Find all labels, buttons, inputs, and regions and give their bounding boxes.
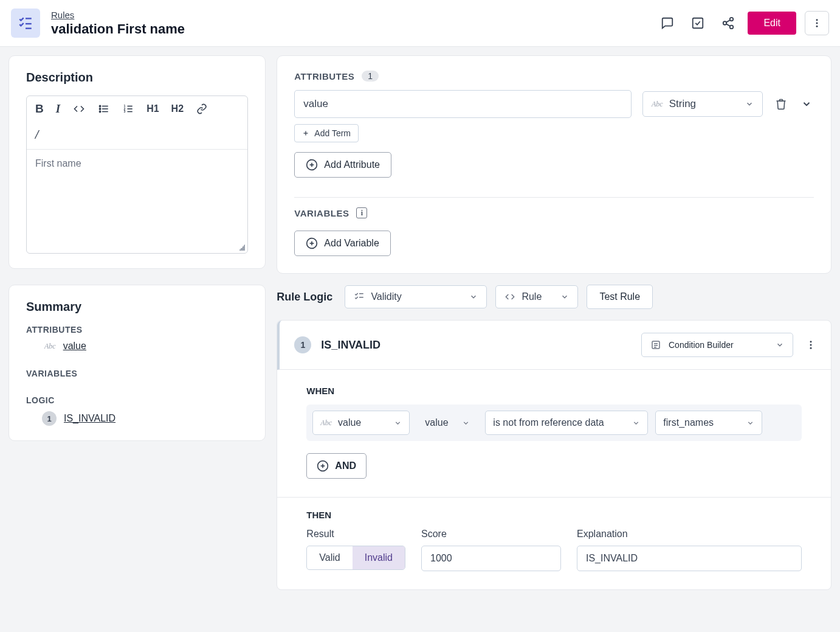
- result-label: Result: [306, 529, 405, 540]
- summary-variables-label: VARIABLES: [26, 369, 248, 378]
- svg-point-6: [730, 26, 734, 29]
- description-text[interactable]: First name: [27, 150, 247, 253]
- and-label: AND: [335, 460, 356, 471]
- result-valid-option[interactable]: Valid: [307, 546, 352, 569]
- add-variable-button[interactable]: Add Variable: [294, 231, 390, 256]
- result-toggle[interactable]: Valid Invalid: [306, 546, 405, 570]
- link-tool[interactable]: [196, 103, 208, 114]
- condition-builder-select[interactable]: Condition Builder: [641, 333, 793, 357]
- bullet-list-tool[interactable]: [98, 103, 110, 114]
- explanation-input[interactable]: [577, 546, 802, 571]
- h1-tool[interactable]: H1: [146, 103, 159, 114]
- svg-point-39: [810, 344, 812, 346]
- add-term-label: Add Term: [314, 128, 351, 138]
- info-icon[interactable]: i: [356, 207, 367, 218]
- rule-code-label: Rule: [522, 291, 554, 302]
- slash-tool[interactable]: /: [35, 128, 39, 142]
- chevron-down-icon: [469, 293, 478, 301]
- when-subfield-label: value: [425, 417, 456, 428]
- rule-logic-title: Rule Logic: [277, 291, 332, 304]
- svg-point-4: [730, 18, 734, 21]
- chevron-down-icon: [776, 341, 784, 349]
- attribute-value-input[interactable]: [294, 90, 632, 118]
- test-rule-button[interactable]: Test Rule: [587, 285, 653, 309]
- task-check-icon[interactable]: [687, 12, 709, 34]
- rule-more-icon[interactable]: [805, 339, 816, 350]
- when-label: WHEN: [306, 386, 802, 396]
- svg-point-9: [816, 19, 818, 21]
- svg-rect-3: [693, 18, 703, 29]
- share-icon[interactable]: [717, 12, 739, 34]
- variables-section-title: VARIABLES: [294, 208, 349, 218]
- bold-tool[interactable]: B: [35, 102, 44, 116]
- rules-module-icon: [11, 9, 40, 38]
- expand-attribute-icon[interactable]: [799, 97, 814, 111]
- when-condition-row: Abc value value is not from reference da…: [306, 405, 802, 441]
- more-menu-button[interactable]: [805, 11, 829, 35]
- when-subfield-select[interactable]: value: [417, 411, 478, 435]
- add-variable-label: Add Variable: [324, 238, 379, 249]
- svg-point-16: [100, 108, 101, 109]
- rule-logic-header: Rule Logic Validity Rule Test Rule: [277, 285, 831, 309]
- chevron-down-icon: [632, 419, 640, 427]
- page-header: Rules validation First name Edit: [0, 0, 840, 47]
- svg-point-11: [816, 26, 818, 27]
- explanation-label: Explanation: [577, 529, 802, 540]
- delete-attribute-icon[interactable]: [774, 97, 788, 111]
- rule-number-badge: 1: [294, 336, 311, 353]
- edit-button[interactable]: Edit: [748, 12, 796, 35]
- rule-name: IS_INVALID: [321, 339, 641, 352]
- when-operator-label: is not from reference data: [493, 417, 626, 428]
- svg-point-17: [100, 111, 101, 112]
- description-card: Description B I 123 H1 H2 / First name: [9, 55, 266, 269]
- svg-point-15: [100, 105, 101, 106]
- when-operator-select[interactable]: is not from reference data: [485, 411, 648, 435]
- chevron-down-icon: [462, 419, 470, 427]
- score-input[interactable]: [421, 546, 561, 571]
- rich-text-editor[interactable]: B I 123 H1 H2 / First name: [26, 95, 248, 254]
- add-attribute-label: Add Attribute: [324, 159, 380, 170]
- breadcrumb-rules[interactable]: Rules: [51, 10, 656, 20]
- summary-logic-link[interactable]: IS_INVALID: [64, 413, 115, 424]
- attribute-type-label: String: [669, 98, 739, 110]
- summary-title: Summary: [26, 300, 248, 314]
- comment-icon[interactable]: [656, 12, 678, 34]
- chevron-down-icon: [560, 293, 569, 301]
- summary-attr-value-link[interactable]: value: [63, 341, 86, 352]
- svg-point-5: [723, 21, 727, 25]
- attribute-type-select[interactable]: Abc String: [642, 91, 763, 117]
- page-title: validation First name: [51, 21, 656, 37]
- h2-tool[interactable]: H2: [171, 103, 184, 114]
- svg-point-38: [810, 341, 812, 342]
- condition-builder-label: Condition Builder: [669, 340, 768, 350]
- when-reference-label: first_names: [663, 417, 740, 428]
- chevron-down-icon: [746, 419, 754, 427]
- svg-point-10: [816, 23, 818, 24]
- attributes-section-title: ATTRIBUTES: [294, 71, 354, 82]
- add-term-button[interactable]: Add Term: [294, 124, 359, 142]
- rule-code-select[interactable]: Rule: [495, 285, 578, 308]
- result-invalid-option[interactable]: Invalid: [353, 546, 405, 569]
- svg-line-8: [726, 24, 730, 26]
- attributes-count-badge: 1: [362, 71, 379, 82]
- code-tool[interactable]: [72, 103, 86, 114]
- when-field-select[interactable]: Abc value: [312, 411, 410, 435]
- numbered-list-tool[interactable]: 123: [122, 103, 134, 114]
- italic-tool[interactable]: I: [56, 102, 60, 116]
- validity-label: Validity: [371, 291, 463, 302]
- validity-select[interactable]: Validity: [345, 285, 487, 308]
- abc-icon: Abc: [44, 342, 56, 351]
- when-reference-select[interactable]: first_names: [655, 411, 762, 435]
- rule-block: 1 IS_INVALID Condition Builder WHEN Abc …: [277, 320, 831, 590]
- abc-icon: Abc: [652, 100, 663, 109]
- summary-attributes-label: ATTRIBUTES: [26, 325, 248, 335]
- svg-line-7: [726, 20, 730, 23]
- add-attribute-button[interactable]: Add Attribute: [294, 152, 391, 178]
- description-title: Description: [26, 71, 248, 85]
- chevron-down-icon: [745, 100, 754, 108]
- then-label: THEN: [306, 510, 802, 520]
- abc-icon: Abc: [320, 418, 332, 428]
- when-field-label: value: [338, 417, 388, 428]
- add-and-condition-button[interactable]: AND: [306, 453, 367, 479]
- attributes-variables-panel: ATTRIBUTES 1 Abc String Add Ter: [277, 55, 831, 274]
